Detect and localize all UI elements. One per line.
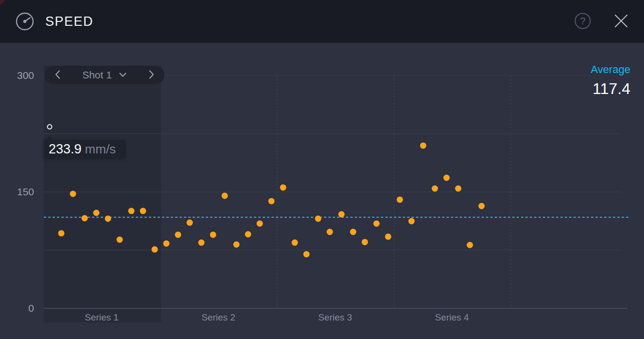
tooltip-value: 233.9: [49, 142, 82, 157]
hovered-data-point[interactable]: [48, 125, 52, 129]
data-point[interactable]: [409, 218, 415, 225]
help-button[interactable]: ?: [574, 12, 591, 31]
average-label: Average: [590, 63, 630, 76]
data-point-tooltip: 233.9 mm/s: [44, 140, 125, 158]
data-point[interactable]: [93, 210, 100, 216]
data-point[interactable]: [140, 208, 146, 214]
data-point[interactable]: [397, 196, 403, 203]
data-point[interactable]: [420, 142, 427, 149]
data-point[interactable]: [432, 185, 438, 191]
chevron-down-icon: [119, 72, 127, 79]
data-point[interactable]: [105, 215, 111, 222]
data-point[interactable]: [362, 239, 368, 245]
data-point[interactable]: [268, 198, 275, 204]
shot-selector: Shot 1: [45, 66, 164, 84]
data-point[interactable]: [187, 220, 193, 226]
previous-shot-button[interactable]: [53, 68, 63, 83]
speedometer-icon: [15, 12, 35, 31]
data-point[interactable]: [315, 215, 322, 222]
data-point[interactable]: [163, 240, 170, 246]
svg-text:?: ?: [580, 16, 585, 26]
data-point[interactable]: [479, 203, 485, 209]
data-point[interactable]: [152, 246, 158, 253]
data-point[interactable]: [70, 190, 76, 197]
close-icon: [613, 13, 629, 31]
data-point[interactable]: [58, 230, 65, 236]
data-point[interactable]: [175, 231, 181, 238]
data-point[interactable]: [117, 236, 123, 243]
chevron-right-icon: [148, 70, 155, 81]
data-point[interactable]: [467, 242, 473, 248]
data-point[interactable]: [350, 229, 357, 235]
data-point[interactable]: [280, 184, 286, 190]
shot-dropdown-label: Shot 1: [82, 69, 112, 81]
data-point[interactable]: [385, 233, 392, 240]
close-button[interactable]: [613, 13, 629, 31]
page-title: SPEED: [45, 14, 93, 29]
data-point[interactable]: [374, 221, 380, 227]
data-point[interactable]: [339, 211, 345, 217]
y-axis-tick-300: 300: [0, 70, 34, 81]
data-point[interactable]: [245, 231, 251, 237]
header-bar: SPEED ?: [0, 0, 644, 43]
data-point[interactable]: [292, 240, 298, 246]
data-point[interactable]: [304, 251, 310, 257]
data-point[interactable]: [233, 242, 240, 248]
question-mark-icon: ?: [574, 12, 591, 31]
data-point[interactable]: [455, 185, 462, 191]
data-point[interactable]: [198, 240, 205, 246]
chevron-left-icon: [54, 70, 61, 81]
y-axis-tick-0: 0: [0, 302, 34, 314]
tooltip-unit: mm/s: [85, 142, 116, 157]
series-2-label: Series 2: [179, 312, 257, 323]
data-point[interactable]: [444, 175, 450, 181]
data-point[interactable]: [82, 215, 88, 222]
data-point[interactable]: [327, 229, 333, 235]
series-3-label: Series 3: [296, 312, 374, 323]
data-point[interactable]: [222, 192, 228, 199]
shot-dropdown[interactable]: Shot 1: [82, 69, 127, 81]
header-actions: ?: [574, 0, 629, 43]
series-1-label: Series 1: [63, 312, 141, 323]
series-4-label: Series 4: [413, 312, 491, 323]
data-point[interactable]: [210, 231, 216, 238]
screen-corner-artifact: [0, 0, 5, 5]
average-readout: Average 117.4: [590, 63, 630, 98]
data-point[interactable]: [257, 221, 263, 227]
average-value: 117.4: [590, 80, 630, 98]
data-point[interactable]: [128, 208, 135, 214]
speed-chart[interactable]: [0, 0, 644, 339]
next-shot-button[interactable]: [146, 68, 157, 83]
y-axis-tick-150: 150: [0, 186, 34, 198]
app-window: SPEED ? 300 150: [0, 0, 644, 339]
